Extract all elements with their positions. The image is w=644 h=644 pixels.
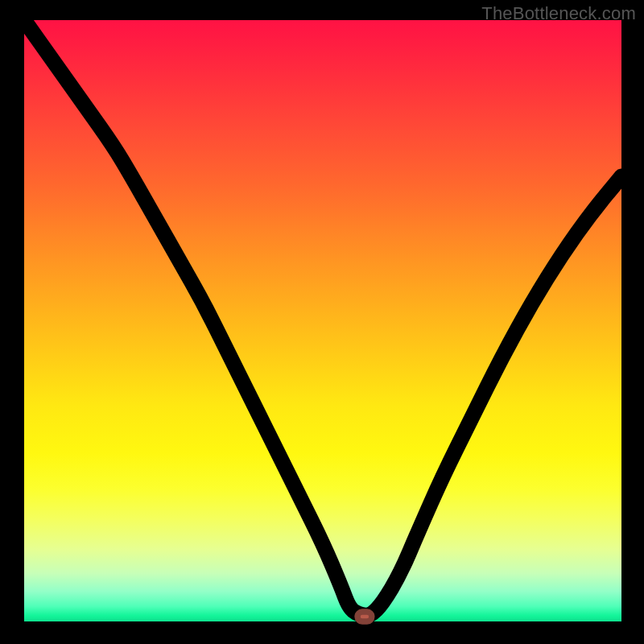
min-marker (357, 612, 372, 621)
chart-stage: TheBottleneck.com (0, 0, 644, 644)
curve-layer (24, 20, 621, 621)
bottleneck-curve (24, 20, 621, 616)
watermark-text: TheBottleneck.com (481, 3, 636, 24)
plot-area (24, 20, 621, 621)
